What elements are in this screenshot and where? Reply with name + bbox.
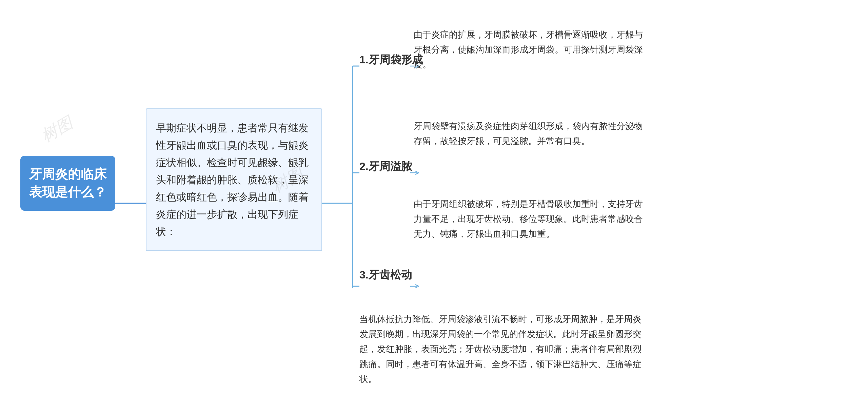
branch-node-3: 3.牙齿松动: [359, 268, 412, 283]
branch-3-label: 3.牙齿松动: [359, 269, 412, 281]
desc-3-top-text: 由于牙周组织被破坏，特别是牙槽骨吸收加重时，支持牙齿力量不足，出现牙齿松动、移位…: [414, 199, 643, 239]
svg-line-14: [415, 286, 419, 288]
desc-3-bottom-text: 当机体抵抗力降低、牙周袋渗液引流不畅时，可形成牙周脓肿，是牙周炎发展到晚期，出现…: [359, 314, 642, 384]
svg-line-11: [415, 173, 419, 174]
root-node: 牙周炎的临床表现是什么？: [20, 156, 115, 211]
branch-2-label: 2.牙周溢脓: [359, 160, 412, 172]
watermark-1: 树图: [37, 112, 76, 147]
desc-node-1: 由于炎症的扩展，牙周膜被破坏，牙槽骨逐渐吸收，牙龈与牙根分离，使龈沟加深而形成牙…: [414, 27, 644, 72]
center-text: 早期症状不明显，患者常只有继发性牙龈出血或口臭的表现，与龈炎症状相似。检查时可见…: [156, 122, 309, 237]
center-node: 早期症状不明显，患者常只有继发性牙龈出血或口臭的表现，与龈炎症状相似。检查时可见…: [146, 108, 322, 251]
desc-2-text: 牙周袋壁有溃疡及炎症性肉芽组织形成，袋内有脓性分泌物存留，故轻按牙龈，可见溢脓。…: [414, 121, 643, 146]
desc-1-text: 由于炎症的扩展，牙周膜被破坏，牙槽骨逐渐吸收，牙龈与牙根分离，使龈沟加深而形成牙…: [414, 29, 643, 69]
branch-node-2: 2.牙周溢脓: [359, 159, 412, 174]
svg-line-10: [415, 171, 419, 173]
desc-node-3-bottom: 当机体抵抗力降低、牙周袋渗液引流不畅时，可形成牙周脓肿，是牙周炎发展到晚期，出现…: [359, 312, 644, 387]
desc-node-3-top: 由于牙周组织被破坏，特别是牙槽骨吸收加重时，支持牙齿力量不足，出现牙齿松动、移位…: [414, 196, 644, 242]
branch-node-1: 1.牙周袋形成: [359, 53, 423, 67]
desc-node-2: 牙周袋壁有溃疡及炎症性肉芽组织形成，袋内有脓性分泌物存留，故轻按牙龈，可见溢脓。…: [414, 119, 644, 148]
svg-line-13: [415, 285, 419, 286]
mind-map: 树图 树图 牙周炎的临床表现是什么？ 早期症状不明显，患者常只有继发性牙龈出血或…: [0, 0, 868, 417]
branch-1-label: 1.牙周袋形成: [359, 54, 423, 66]
root-label: 牙周炎的临床表现是什么？: [29, 167, 106, 199]
